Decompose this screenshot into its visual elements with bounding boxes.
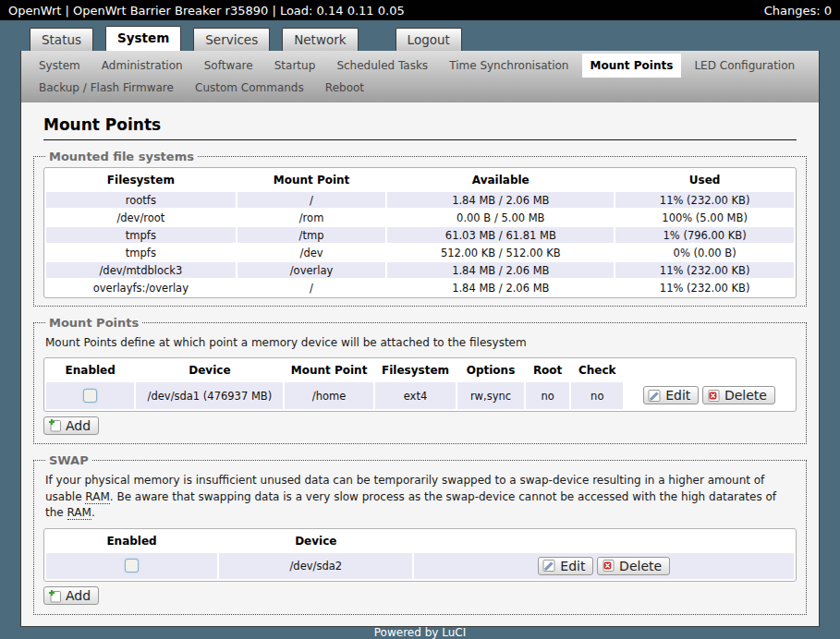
subnav-system[interactable]: System <box>30 55 89 76</box>
col-available: Available <box>387 170 614 190</box>
cell-used: 0% (0.00 B) <box>615 245 794 260</box>
mounted-filesystems-table: Filesystem Mount Point Available Used ro… <box>43 167 797 298</box>
col-used: Used <box>615 170 794 190</box>
cell-device: /dev/sda2 <box>219 553 412 580</box>
delete-icon <box>707 389 721 403</box>
cell-mount-point: / <box>237 280 386 295</box>
edit-button[interactable]: Edit <box>538 557 593 575</box>
top-status-bar: OpenWrt | OpenWrt Barrier Breaker r35890… <box>0 0 840 20</box>
subnav-reboot[interactable]: Reboot <box>317 78 372 98</box>
cell-mount-point: /dev <box>237 245 386 260</box>
tab-logout[interactable]: Logout <box>396 28 462 51</box>
col-enabled: Enabled <box>46 531 217 551</box>
main-tab-bar: Status System Services Network Logout <box>20 20 820 51</box>
subnav-mount-points[interactable]: Mount Points <box>582 54 682 78</box>
subnav-led-configuration[interactable]: LED Configuration <box>686 55 803 76</box>
col-filesystem: Filesystem <box>375 360 456 380</box>
col-device: Device <box>219 531 412 551</box>
cell-used: 1% (796.00 KB) <box>615 227 794 243</box>
tab-status[interactable]: Status <box>30 28 93 51</box>
cell-filesystem: tmpfs <box>46 245 236 260</box>
table-header-row: Enabled Device <box>46 531 794 551</box>
cell-mount-point: /overlay <box>237 262 386 278</box>
col-enabled: Enabled <box>46 360 134 380</box>
col-device: Device <box>136 360 283 380</box>
delete-icon <box>602 559 615 573</box>
ram-abbr: RAM <box>67 506 91 520</box>
subnav-startup[interactable]: Startup <box>266 55 324 76</box>
cell-available: 1.84 MB / 2.06 MB <box>387 192 614 208</box>
cell-mount-point: /tmp <box>237 227 386 243</box>
cell-filesystem: rootfs <box>46 192 236 208</box>
subnav-time-sync[interactable]: Time Synchronisation <box>441 55 577 76</box>
ram-abbr: RAM <box>85 490 109 504</box>
cell-mount-point: / <box>237 192 386 208</box>
enabled-checkbox[interactable] <box>125 559 139 573</box>
mount-points-table: Enabled Device Mount Point Filesystem Op… <box>43 357 797 412</box>
footer-text: Powered by LuCI <box>21 626 819 639</box>
swap-description: If your physical memory is insufficient … <box>45 473 795 521</box>
cell-check: no <box>571 382 623 409</box>
subnav-scheduled-tasks[interactable]: Scheduled Tasks <box>328 55 436 76</box>
cell-available: 61.03 MB / 61.81 MB <box>387 227 614 243</box>
add-swap-button[interactable]: Add <box>43 586 99 605</box>
tab-services[interactable]: Services <box>193 28 270 51</box>
tab-system[interactable]: System <box>105 26 181 52</box>
swap-section: SWAP If your physical memory is insuffic… <box>33 453 807 614</box>
cell-used: 11% (232.00 KB) <box>615 262 794 278</box>
mount-points-description: Mount Points define at which point a mem… <box>45 335 795 351</box>
page-title: Mount Points <box>43 115 797 140</box>
cell-available: 512.00 KB / 512.00 KB <box>387 245 614 260</box>
add-mount-point-button[interactable]: Add <box>43 416 99 435</box>
subnav-backup-flash[interactable]: Backup / Flash Firmware <box>30 78 182 98</box>
subnav-custom-commands[interactable]: Custom Commands <box>187 78 312 98</box>
cell-root: no <box>526 382 570 409</box>
table-row: /dev/root /rom 0.00 B / 5.00 MB 100% (5.… <box>46 210 794 225</box>
mount-points-legend: Mount Points <box>45 316 142 330</box>
table-header-row: Enabled Device Mount Point Filesystem Op… <box>46 360 794 380</box>
enabled-checkbox[interactable] <box>83 389 97 403</box>
main-content: System Administration Software Startup S… <box>20 51 820 627</box>
cell-filesystem: /dev/mtdblock3 <box>46 262 236 278</box>
add-label: Add <box>66 418 91 433</box>
table-row: tmpfs /tmp 61.03 MB / 61.81 MB 1% (796.0… <box>46 227 794 243</box>
swap-table: Enabled Device /dev/sda2 Edit De <box>43 528 797 583</box>
edit-label: Edit <box>665 388 690 403</box>
swap-legend: SWAP <box>45 453 92 467</box>
cell-used: 11% (232.00 KB) <box>615 192 794 208</box>
delete-button[interactable]: Delete <box>597 557 670 575</box>
edit-button[interactable]: Edit <box>643 386 699 404</box>
subnav-software[interactable]: Software <box>196 55 262 76</box>
delete-label: Delete <box>724 388 767 403</box>
cell-device: /dev/sda1 (476937 MB) <box>136 382 283 409</box>
cell-used: 100% (5.00 MB) <box>615 210 794 225</box>
cell-available: 1.84 MB / 2.06 MB <box>387 262 614 278</box>
add-icon <box>48 418 62 432</box>
cell-filesystem: overlayfs:/overlay <box>46 280 236 295</box>
swap-row: /dev/sda2 Edit Delete <box>46 553 794 580</box>
table-row: rootfs / 1.84 MB / 2.06 MB 11% (232.00 K… <box>46 192 794 208</box>
table-header-row: Filesystem Mount Point Available Used <box>46 170 794 190</box>
subnav-administration[interactable]: Administration <box>93 55 191 76</box>
mount-points-section: Mount Points Mount Points define at whic… <box>33 316 807 444</box>
mounted-filesystems-legend: Mounted file systems <box>45 150 198 163</box>
system-subnav: System Administration Software Startup S… <box>21 51 819 102</box>
swap-description-text: . <box>91 506 95 519</box>
col-root: Root <box>526 360 570 380</box>
cell-available: 1.84 MB / 2.06 MB <box>387 280 614 295</box>
table-row: tmpfs /dev 512.00 KB / 512.00 KB 0% (0.0… <box>46 245 794 260</box>
edit-label: Edit <box>560 559 585 573</box>
cell-filesystem: ext4 <box>375 382 456 409</box>
changes-counter[interactable]: Changes: 0 <box>764 4 832 18</box>
tab-network[interactable]: Network <box>282 28 358 51</box>
cell-options: rw,sync <box>457 382 524 409</box>
table-row: /dev/mtdblock3 /overlay 1.84 MB / 2.06 M… <box>46 262 794 278</box>
col-check: Check <box>571 360 623 380</box>
add-icon <box>48 589 62 603</box>
mounted-filesystems-section: Mounted file systems Filesystem Mount Po… <box>33 150 807 307</box>
delete-button[interactable]: Delete <box>702 386 775 404</box>
col-actions <box>625 360 794 380</box>
table-row: overlayfs:/overlay / 1.84 MB / 2.06 MB 1… <box>46 280 794 295</box>
cell-available: 0.00 B / 5.00 MB <box>387 210 614 225</box>
cell-filesystem: tmpfs <box>46 227 236 243</box>
